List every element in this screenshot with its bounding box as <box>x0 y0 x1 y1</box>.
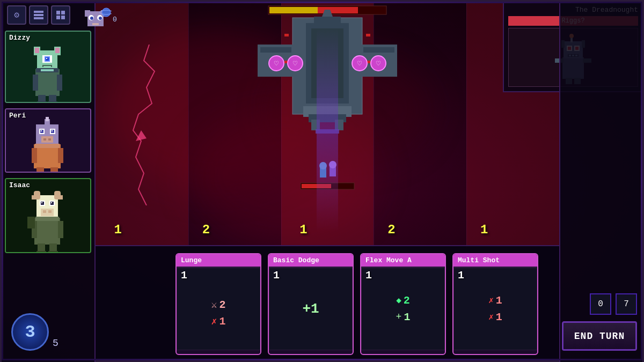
svg-rect-67 <box>38 243 45 252</box>
svg-rect-15 <box>55 48 60 53</box>
svg-text:♡: ♡ <box>293 60 298 68</box>
isaac-portrait <box>6 179 90 252</box>
card-lunge-effect-1: ⚔ 2 <box>211 299 226 311</box>
svg-rect-34 <box>46 117 49 121</box>
end-turn-label: END TURN <box>574 331 625 342</box>
character-card-peri[interactable]: Peri <box>5 108 91 173</box>
svg-rect-27 <box>48 101 57 103</box>
counter-left: 0 <box>590 293 611 315</box>
svg-rect-64 <box>43 210 46 213</box>
svg-rect-4 <box>61 11 65 14</box>
col-num-1: 1 <box>114 223 122 237</box>
end-turn-button[interactable]: END TURN <box>562 321 637 351</box>
card-basic-dodge-header: Basic Dodge <box>269 254 353 267</box>
svg-text:♡: ♡ <box>376 60 381 68</box>
card-lunge[interactable]: Lunge 1 ⚔ 2 ✗ 1 <box>175 253 261 355</box>
col-num-3: 1 <box>299 223 307 237</box>
svg-rect-8 <box>35 69 60 96</box>
battle-field: ♡ ♡ ♡ ♡ 1 2 1 2 1 <box>96 2 559 248</box>
svg-rect-70 <box>48 251 58 253</box>
svg-rect-13 <box>35 48 39 53</box>
svg-rect-85 <box>366 34 370 36</box>
col-num-5: 1 <box>480 223 488 237</box>
card-flex-move-body: ◆ 2 + 1 <box>361 268 445 350</box>
svg-rect-44 <box>35 144 60 148</box>
svg-point-133 <box>90 17 93 20</box>
svg-rect-1 <box>34 14 43 16</box>
svg-rect-45 <box>36 167 44 173</box>
svg-rect-48 <box>34 218 60 245</box>
round-indicator: 3 <box>11 313 49 351</box>
svg-text:♡: ♡ <box>357 60 362 68</box>
card-basic-dodge[interactable]: Basic Dodge 1 +1 <box>268 253 354 355</box>
menu-icon-1[interactable] <box>29 5 48 25</box>
svg-rect-31 <box>58 148 63 163</box>
svg-point-134 <box>99 17 102 20</box>
game-container: ⚙ Dizzy <box>0 0 644 362</box>
svg-rect-129 <box>85 10 90 17</box>
bottom-border <box>2 359 642 360</box>
svg-rect-0 <box>34 11 43 13</box>
svg-rect-84 <box>284 34 289 36</box>
score-count: 5 <box>53 338 58 349</box>
svg-rect-24 <box>38 95 46 102</box>
svg-rect-68 <box>49 243 57 252</box>
card-multi-shot-effect-1: ✗ 1 <box>488 294 502 307</box>
svg-rect-30 <box>32 148 37 163</box>
card-lunge-effect-2: ✗ 1 <box>211 315 226 328</box>
svg-rect-5 <box>56 16 60 19</box>
right-border <box>641 2 642 360</box>
svg-rect-56 <box>57 195 63 200</box>
round-number: 3 <box>25 322 35 342</box>
card-multi-shot-effect-2: ✗ 1 <box>488 311 502 323</box>
svg-text:♡: ♡ <box>274 60 279 68</box>
dizzy-name: Dizzy <box>9 34 30 42</box>
card-lunge-cost: 1 <box>181 269 187 282</box>
card-multi-shot-cost: 1 <box>458 269 464 282</box>
card-lunge-header: Lunge <box>177 254 260 267</box>
card-flex-move[interactable]: Flex Move A 1 ◆ 2 + 1 <box>360 253 446 355</box>
card-lunge-body: ⚔ 2 ✗ 1 <box>177 268 260 350</box>
peri-name: Peri <box>9 112 26 120</box>
svg-rect-21 <box>43 66 51 67</box>
svg-rect-51 <box>27 217 35 228</box>
svg-rect-41 <box>41 136 53 143</box>
card-flex-move-effect-2: + 1 <box>396 311 411 323</box>
top-count: 0 <box>113 16 117 24</box>
svg-rect-46 <box>50 167 58 173</box>
svg-rect-135 <box>92 23 99 25</box>
character-card-isaac[interactable]: Isaac <box>5 178 91 253</box>
card-multi-shot-header: Multi Shot <box>453 254 537 267</box>
character-card-dizzy[interactable]: Dizzy <box>5 31 91 103</box>
card-multi-shot[interactable]: Multi Shot 1 ✗ 1 ✗ 1 <box>452 253 538 355</box>
svg-rect-55 <box>32 195 37 200</box>
svg-rect-66 <box>35 217 59 221</box>
col-num-2: 2 <box>202 223 210 237</box>
svg-rect-6 <box>61 16 65 19</box>
card-basic-dodge-cost: 1 <box>273 269 280 282</box>
cards-panel: Lunge 1 ⚔ 2 ✗ 1 Basic Dodge 1 +1 <box>96 245 559 360</box>
dizzy-portrait <box>6 32 90 102</box>
card-flex-move-effect-1: ◆ 2 <box>396 294 410 307</box>
laser-beam <box>317 28 338 232</box>
svg-rect-3 <box>56 11 60 14</box>
svg-rect-2 <box>34 17 43 19</box>
col-1-highlight <box>96 2 188 248</box>
svg-rect-42 <box>43 138 46 141</box>
svg-rect-82 <box>260 47 291 53</box>
svg-rect-39 <box>41 130 42 131</box>
counter-right: 7 <box>616 293 637 315</box>
svg-point-136 <box>102 8 111 17</box>
svg-rect-10 <box>57 75 62 91</box>
card-basic-dodge-body: +1 <box>269 268 353 350</box>
svg-rect-83 <box>363 47 394 53</box>
col-num-4: 2 <box>387 223 395 237</box>
svg-rect-62 <box>51 202 52 203</box>
svg-rect-9 <box>33 75 38 91</box>
isaac-name: Isaac <box>9 181 30 189</box>
svg-rect-65 <box>48 210 52 213</box>
menu-icon-2[interactable] <box>51 5 70 25</box>
svg-rect-25 <box>49 95 56 102</box>
settings-icon[interactable]: ⚙ <box>7 5 26 25</box>
left-panel: Dizzy <box>2 2 96 362</box>
